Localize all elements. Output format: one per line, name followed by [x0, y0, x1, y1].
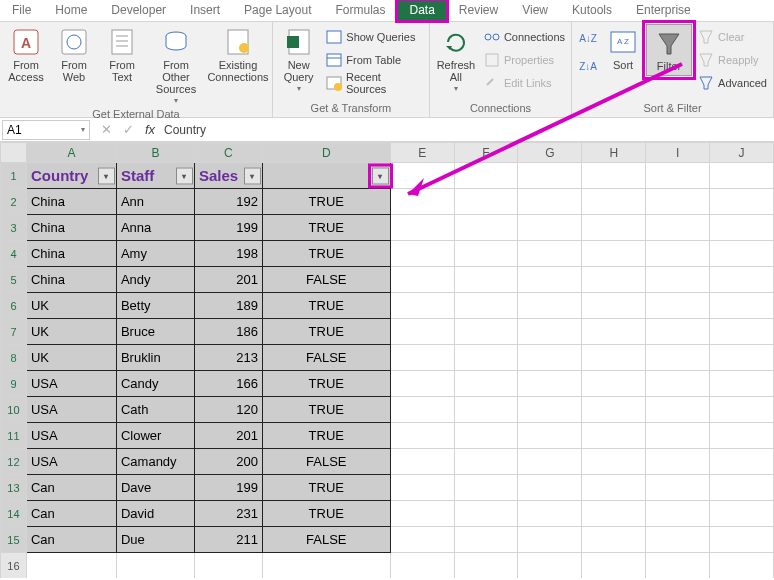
cell[interactable]	[390, 267, 454, 293]
cell[interactable]: Camandy	[116, 449, 194, 475]
cell[interactable]	[518, 267, 582, 293]
refresh-all-button[interactable]: Refresh All▾	[434, 24, 478, 95]
cell[interactable]	[390, 215, 454, 241]
filter-button[interactable]: Filter	[646, 24, 692, 76]
cell[interactable]: 166	[194, 371, 262, 397]
tab-formulas[interactable]: Formulas	[323, 0, 397, 21]
cell[interactable]	[116, 553, 194, 579]
row-header[interactable]: 13	[1, 475, 27, 501]
from-table-button[interactable]: From Table	[324, 49, 425, 71]
cell[interactable]	[454, 163, 518, 189]
filter-dropdown-icon[interactable]: ▾	[372, 167, 389, 184]
cell[interactable]	[518, 371, 582, 397]
cell[interactable]	[390, 501, 454, 527]
filter-dropdown-icon[interactable]: ▾	[176, 167, 193, 184]
cell[interactable]: FALSE	[262, 449, 390, 475]
column-header[interactable]: D	[262, 143, 390, 163]
name-box[interactable]: A1▾	[2, 120, 90, 140]
cell[interactable]	[710, 475, 774, 501]
cell[interactable]	[646, 501, 710, 527]
cell[interactable]: Can	[26, 527, 116, 553]
cell[interactable]: 213	[194, 345, 262, 371]
row-header[interactable]: 15	[1, 527, 27, 553]
column-header[interactable]: H	[582, 143, 646, 163]
cell[interactable]	[646, 293, 710, 319]
cell[interactable]	[454, 215, 518, 241]
cell[interactable]: Cath	[116, 397, 194, 423]
cell[interactable]	[646, 423, 710, 449]
cell[interactable]	[390, 423, 454, 449]
header-cell[interactable]: Sales▾	[194, 163, 262, 189]
cell[interactable]: 211	[194, 527, 262, 553]
cell[interactable]	[710, 215, 774, 241]
cell[interactable]	[710, 189, 774, 215]
header-cell[interactable]: Country▾	[26, 163, 116, 189]
cell[interactable]: 199	[194, 475, 262, 501]
cell[interactable]: 201	[194, 423, 262, 449]
cell[interactable]: USA	[26, 397, 116, 423]
cell[interactable]: China	[26, 189, 116, 215]
new-query-button[interactable]: New Query▾	[277, 24, 320, 95]
column-header[interactable]: A	[26, 143, 116, 163]
cell[interactable]	[518, 553, 582, 579]
cell[interactable]	[518, 423, 582, 449]
cell[interactable]	[454, 423, 518, 449]
column-header[interactable]: C	[194, 143, 262, 163]
cell[interactable]: TRUE	[262, 423, 390, 449]
cell[interactable]: 120	[194, 397, 262, 423]
cell[interactable]: China	[26, 241, 116, 267]
cell[interactable]	[582, 241, 646, 267]
column-header[interactable]: F	[454, 143, 518, 163]
cell[interactable]	[646, 397, 710, 423]
cell[interactable]: 199	[194, 215, 262, 241]
cell[interactable]	[390, 163, 454, 189]
cell[interactable]: China	[26, 215, 116, 241]
cell[interactable]	[518, 319, 582, 345]
cell[interactable]	[390, 345, 454, 371]
cell[interactable]	[582, 553, 646, 579]
fx-icon[interactable]: fx	[142, 122, 158, 137]
cell[interactable]	[646, 371, 710, 397]
cell[interactable]: Due	[116, 527, 194, 553]
cell[interactable]	[646, 189, 710, 215]
cell[interactable]	[710, 163, 774, 189]
enter-icon[interactable]: ✓	[120, 122, 136, 137]
cell[interactable]: TRUE	[262, 475, 390, 501]
cell[interactable]: 192	[194, 189, 262, 215]
tab-data[interactable]: Data	[397, 0, 446, 21]
cell[interactable]: TRUE	[262, 189, 390, 215]
cell[interactable]	[390, 241, 454, 267]
cell[interactable]	[454, 345, 518, 371]
edit-links-button[interactable]: Edit Links	[482, 72, 567, 94]
cell[interactable]	[518, 163, 582, 189]
formula-bar-value[interactable]: Country	[164, 123, 206, 137]
cell[interactable]	[710, 449, 774, 475]
cell[interactable]	[646, 475, 710, 501]
cell[interactable]	[454, 553, 518, 579]
cell[interactable]: 231	[194, 501, 262, 527]
existing-connections-button[interactable]: Existing Connections	[208, 24, 268, 83]
cell[interactable]	[518, 397, 582, 423]
filter-dropdown-icon[interactable]: ▾	[98, 167, 115, 184]
cell[interactable]: Candy	[116, 371, 194, 397]
cell[interactable]	[390, 371, 454, 397]
cell[interactable]	[646, 553, 710, 579]
row-header[interactable]: 3	[1, 215, 27, 241]
cell[interactable]	[710, 527, 774, 553]
cell[interactable]: UK	[26, 319, 116, 345]
row-header[interactable]: 12	[1, 449, 27, 475]
cell[interactable]: Bruklin	[116, 345, 194, 371]
cell[interactable]	[518, 449, 582, 475]
cell[interactable]	[518, 241, 582, 267]
row-header[interactable]: 5	[1, 267, 27, 293]
cell[interactable]	[646, 163, 710, 189]
cell[interactable]: TRUE	[262, 371, 390, 397]
cell[interactable]: USA	[26, 371, 116, 397]
column-header[interactable]: G	[518, 143, 582, 163]
cell[interactable]	[454, 527, 518, 553]
cell[interactable]	[582, 293, 646, 319]
cell[interactable]	[454, 371, 518, 397]
row-header[interactable]: 1	[1, 163, 27, 189]
cell[interactable]	[646, 527, 710, 553]
sort-asc-button[interactable]: A↓Z	[576, 26, 600, 50]
